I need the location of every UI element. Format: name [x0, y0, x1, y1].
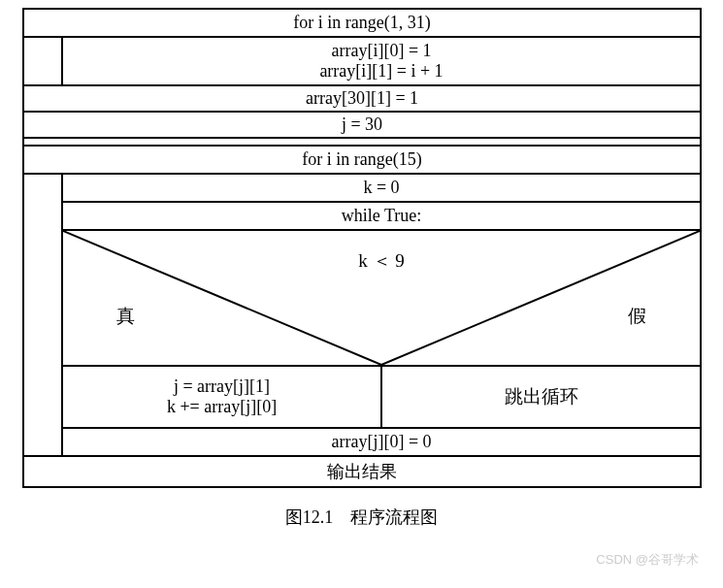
stmt-array30: array[30][1] = 1 — [24, 86, 700, 113]
watermark: CSDN @谷哥学术 — [596, 551, 699, 569]
false-label: 假 — [628, 304, 646, 329]
loop1-header: for i in range(1, 31) — [24, 10, 700, 38]
condition-text: k ＜ 9 — [358, 248, 405, 274]
while-header: while True: — [63, 203, 700, 231]
indent-spacer — [24, 175, 63, 455]
loop1-body-line2: array[i][1] = i + 1 — [319, 61, 443, 82]
indent-spacer — [24, 38, 63, 84]
stmt-after-while: array[j][0] = 0 — [63, 429, 700, 455]
stmt-j30: j = 30 — [24, 113, 700, 139]
figure-caption: 图12.1 程序流程图 — [8, 506, 715, 529]
svg-line-1 — [381, 231, 700, 365]
loop1-body-block: array[i][0] = 1 array[i][1] = i + 1 — [24, 38, 700, 86]
loop2-header: for i in range(15) — [24, 147, 700, 175]
stmt-k0: k = 0 — [63, 175, 700, 203]
gap — [24, 139, 700, 147]
svg-line-0 — [63, 231, 381, 365]
true-label: 真 — [116, 304, 135, 329]
branches: j = array[j][1] k += array[j][0] 跳出循环 — [63, 367, 700, 429]
decision-block: k ＜ 9 真 假 — [63, 231, 700, 367]
flowchart-container: for i in range(1, 31) array[i][0] = 1 ar… — [22, 8, 702, 488]
loop1-body: array[i][0] = 1 array[i][1] = i + 1 — [63, 38, 700, 84]
loop2-body-block: k = 0 while True: k ＜ 9 真 假 j = array[j]… — [24, 175, 700, 457]
true-branch: j = array[j][1] k += array[j][0] — [63, 367, 382, 427]
false-branch: 跳出循环 — [382, 367, 700, 427]
true-branch-line2: k += array[j][0] — [167, 397, 277, 417]
output-stmt: 输出结果 — [24, 457, 700, 486]
loop1-body-line1: array[i][0] = 1 — [331, 41, 431, 61]
true-branch-line1: j = array[j][1] — [174, 376, 270, 397]
